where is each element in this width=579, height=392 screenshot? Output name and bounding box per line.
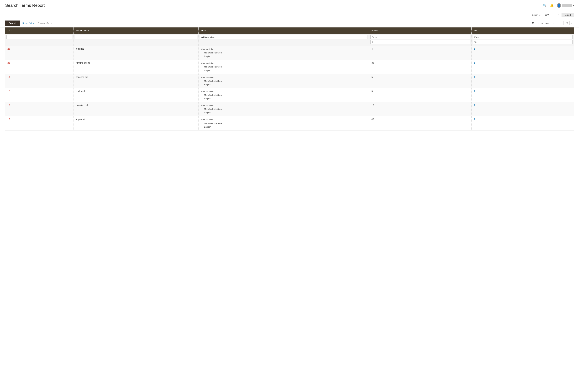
col-header-results: Results [369, 27, 472, 34]
prev-page-button[interactable]: ‹ [551, 21, 555, 25]
filter-hits-from-input[interactable] [473, 35, 573, 39]
col-header-id[interactable]: ID ↑ [5, 27, 73, 34]
cell-query: squeeze ball [73, 74, 198, 88]
cell-store: Main WebsiteMain Website StoreEnglish [199, 60, 369, 74]
table-row: 23leggingsMain WebsiteMain Website Store… [5, 46, 574, 60]
cell-query: leggings [73, 46, 198, 60]
cell-id: 19 [5, 74, 73, 88]
id-link[interactable]: 23 [7, 48, 10, 50]
filter-hits-cell [471, 34, 574, 46]
page-title: Search Terms Report [5, 3, 45, 8]
filter-store-cell: All Store Views Main Website English ▾ [199, 34, 369, 46]
table-row: 15exercise ballMain WebsiteMain Website … [5, 102, 574, 116]
id-link[interactable]: 15 [7, 104, 10, 106]
cell-hits: 1 [471, 102, 574, 116]
col-header-hits: Hits [471, 27, 574, 34]
table-row: 13yoga matMain WebsiteMain Website Store… [5, 116, 574, 130]
cell-id: 23 [5, 46, 73, 60]
per-page-label: per page [542, 22, 550, 24]
filter-id-cell [5, 34, 73, 46]
filter-results-to-input[interactable] [370, 40, 470, 44]
filter-query-cell [73, 34, 198, 46]
search-button[interactable]: Search [5, 20, 20, 26]
cell-hits: 1 [471, 74, 574, 88]
cell-results: 36 [369, 60, 472, 74]
cell-store: Main WebsiteMain Website StoreEnglish [199, 116, 369, 130]
cell-store: Main WebsiteMain Website StoreEnglish [199, 102, 369, 116]
filter-hits-to-input[interactable] [473, 40, 573, 44]
chevron-down-icon: ▾ [573, 4, 574, 7]
export-format-select[interactable]: CSV XML Excel XML [543, 13, 560, 17]
cell-query: running shorts [73, 60, 198, 74]
export-button[interactable]: Export [562, 13, 574, 17]
filter-row: All Store Views Main Website English ▾ [5, 34, 574, 46]
cell-hits: 1 [471, 116, 574, 130]
filter-results-cell [369, 34, 472, 46]
export-label: Export to: [532, 14, 541, 16]
sort-icon-id: ↑ [11, 30, 12, 32]
cell-hits: 1 [471, 46, 574, 60]
page-of-label: of 1 [565, 22, 568, 24]
search-icon[interactable]: 🔍 [543, 3, 547, 7]
filter-id-input[interactable] [6, 35, 72, 39]
per-page-select[interactable]: 20 30 50 100 200 [530, 21, 540, 25]
cell-results: 49 [369, 116, 472, 130]
cell-store: Main WebsiteMain Website StoreEnglish [199, 74, 369, 88]
cell-results: 13 [369, 102, 472, 116]
records-found: 12 records found [37, 22, 52, 24]
table-row: 17backpackMain WebsiteMain Website Store… [5, 88, 574, 102]
filter-store-select[interactable]: All Store Views Main Website English [200, 35, 368, 39]
next-page-button[interactable]: › [570, 21, 574, 25]
cell-query: yoga mat [73, 116, 198, 130]
reset-filter-link[interactable]: Reset Filter [22, 22, 34, 24]
col-header-store: Store [199, 27, 369, 34]
table-row: 19squeeze ballMain WebsiteMain Website S… [5, 74, 574, 88]
cell-results: 4 [369, 46, 472, 60]
page-number-input[interactable] [557, 21, 564, 25]
cell-query: backpack [73, 88, 198, 102]
cell-hits: 1 [471, 60, 574, 74]
user-name-placeholder [562, 4, 572, 7]
avatar: 👤 [557, 3, 561, 8]
cell-store: Main WebsiteMain Website StoreEnglish [199, 88, 369, 102]
filter-results-from-input[interactable] [370, 35, 470, 39]
cell-query: exercise ball [73, 102, 198, 116]
cell-id: 21 [5, 60, 73, 74]
cell-id: 17 [5, 88, 73, 102]
user-menu[interactable]: 👤 ▾ [557, 3, 574, 8]
cell-store: Main WebsiteMain Website StoreEnglish [199, 46, 369, 60]
table-row: 21running shortsMain WebsiteMain Website… [5, 60, 574, 74]
cell-results: 5 [369, 88, 472, 102]
filter-query-input[interactable] [75, 35, 197, 39]
bell-icon[interactable]: 🔔 [550, 3, 554, 7]
id-link[interactable]: 21 [7, 62, 10, 64]
cell-hits: 1 [471, 88, 574, 102]
col-header-search-query: Search Query [73, 27, 198, 34]
cell-id: 15 [5, 102, 73, 116]
cell-id: 13 [5, 116, 73, 130]
id-link[interactable]: 17 [7, 90, 10, 92]
cell-results: 5 [369, 74, 472, 88]
id-link[interactable]: 13 [7, 118, 10, 121]
id-link[interactable]: 19 [7, 76, 10, 78]
